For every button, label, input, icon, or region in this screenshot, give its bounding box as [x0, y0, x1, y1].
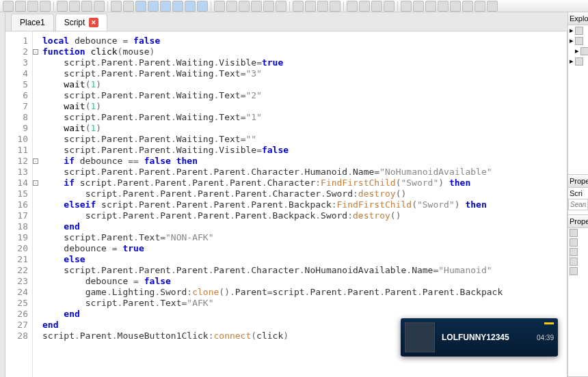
notif-username: LOLFUNNY12345 [442, 333, 530, 342]
toolbar-button[interactable] [57, 1, 68, 12]
toolbar-button[interactable] [111, 1, 122, 12]
toolbar-button[interactable] [438, 1, 449, 12]
tab-bar: Place1Script✕ [5, 12, 567, 31]
toolbar-button[interactable] [172, 1, 183, 12]
toolbar-button[interactable] [27, 1, 38, 12]
toolbar-button[interactable] [3, 1, 14, 12]
toolbar-button[interactable] [148, 1, 159, 12]
toolbar-button[interactable] [123, 1, 134, 12]
toolbar-button[interactable] [359, 1, 370, 12]
prop-icon [570, 229, 578, 237]
notif-time: 04:39 [537, 334, 554, 341]
properties-body[interactable]: Scri [568, 188, 588, 215]
explorer-header[interactable]: Explor [568, 12, 588, 25]
tab-label: Place1 [20, 18, 45, 27]
left-gutter-strip [0, 12, 5, 377]
toolbar-button[interactable] [425, 1, 436, 12]
tab-script[interactable]: Script✕ [55, 14, 108, 31]
properties-body-2[interactable] [568, 228, 588, 378]
tree-item-icon [575, 27, 583, 35]
prop-icon [570, 267, 578, 275]
tree-item-icon [575, 37, 583, 45]
toolbar-button[interactable] [462, 1, 473, 12]
properties-header-2[interactable]: Prope [568, 215, 588, 228]
toolbar-button[interactable] [384, 1, 395, 12]
search-input[interactable] [568, 199, 588, 210]
toolbar-button[interactable] [197, 1, 208, 12]
toolbar-button[interactable] [347, 1, 358, 12]
tree-item-icon [580, 47, 588, 55]
fold-marker[interactable]: - [33, 49, 38, 55]
toolbar-button[interactable] [317, 1, 328, 12]
fold-marker[interactable]: - [33, 158, 38, 164]
right-dock: Explor ▸ ▸ ▸ ▸ Prope Scri Prope [567, 12, 588, 377]
toolbar-button[interactable] [413, 1, 424, 12]
toolbar-button[interactable] [81, 1, 92, 12]
fold-marker[interactable]: - [33, 180, 38, 186]
prop-icon [570, 238, 578, 247]
toolbar-button[interactable] [226, 1, 237, 12]
toolbar-button[interactable] [135, 1, 146, 12]
line-number-gutter: 1234567891011121314151617181920212223242… [5, 31, 33, 377]
toolbar-button[interactable] [330, 1, 340, 12]
toolbar-button[interactable] [263, 1, 274, 12]
tree-item-icon [575, 57, 583, 66]
toolbar-button[interactable] [15, 1, 26, 12]
fold-column: --- [33, 31, 40, 377]
toolbar-button[interactable] [214, 1, 225, 12]
toolbar-button[interactable] [251, 1, 262, 12]
toolbar-button[interactable] [475, 1, 485, 12]
toolbar-button[interactable] [305, 1, 316, 12]
explorer-tree[interactable]: ▸ ▸ ▸ ▸ [568, 25, 588, 175]
toolbar-button[interactable] [450, 1, 461, 12]
toolbar-button[interactable] [239, 1, 250, 12]
tab-label: Script [64, 18, 85, 27]
toolbar-button[interactable] [69, 1, 80, 12]
main-toolbar [0, 0, 588, 12]
toolbar-button[interactable] [293, 1, 304, 12]
toolbar-button[interactable] [276, 1, 286, 12]
prop-icon [570, 248, 578, 256]
avatar [405, 322, 435, 352]
toolbar-button[interactable] [401, 1, 412, 12]
toolbar-button[interactable] [40, 1, 51, 12]
toolbar-button[interactable] [371, 1, 382, 12]
tab-place1[interactable]: Place1 [11, 14, 54, 31]
toolbar-button[interactable] [487, 1, 498, 12]
toolbar-button[interactable] [94, 1, 105, 12]
notification-toast[interactable]: LOLFUNNY12345 04:39 [401, 318, 558, 357]
notif-accent-bar [544, 322, 554, 324]
properties-header[interactable]: Prope [568, 175, 588, 188]
toolbar-button[interactable] [185, 1, 196, 12]
prop-icon [570, 257, 578, 266]
close-icon[interactable]: ✕ [89, 18, 98, 27]
toolbar-button[interactable] [160, 1, 171, 12]
script-label: Scri [570, 189, 583, 197]
